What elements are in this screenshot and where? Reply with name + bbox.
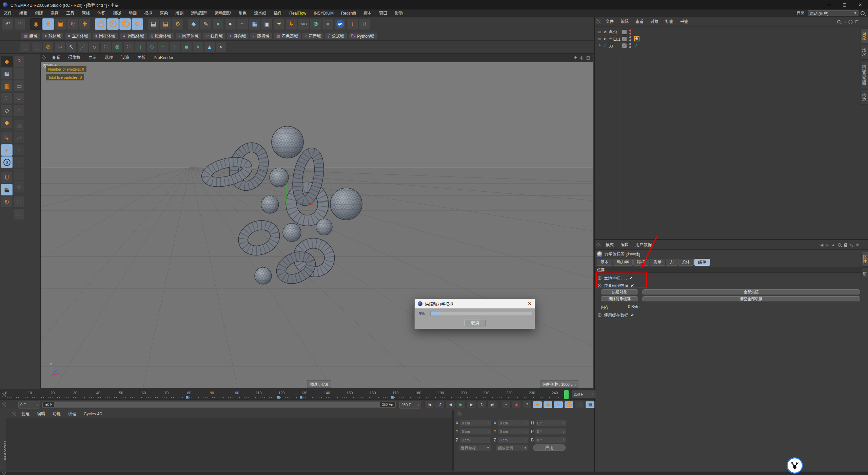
checkmark-icon[interactable]: ✔ [629, 276, 633, 281]
bake-all-button[interactable]: 全部烘焙 [642, 289, 860, 295]
python-field-button[interactable]: PyPython域 [348, 32, 377, 40]
rect-select-icon[interactable]: ▭ [13, 80, 25, 92]
menu-create[interactable]: 创建 [31, 10, 47, 17]
sep3[interactable] [144, 18, 147, 30]
dots-grid-b-icon[interactable]: ∷ [13, 208, 25, 220]
edges-mode-icon[interactable]: ◇ [1, 104, 13, 116]
disabled-icon-b[interactable]: ▢ [31, 42, 42, 53]
disabled-scale-a-icon[interactable]: ▫ [13, 144, 25, 156]
coord-input-rb[interactable]: 0 °↕ [535, 437, 566, 443]
layer-chip[interactable] [622, 36, 627, 41]
enabled-check-icon[interactable]: ✓ [634, 43, 638, 48]
maximize-button[interactable]: ▢ [837, 0, 852, 10]
range-start-handle[interactable]: ◀ 0 F [43, 402, 54, 407]
camera-icon[interactable]: ▣ [261, 18, 273, 30]
keyframe-marker-120[interactable] [277, 396, 280, 399]
coord-input-sz[interactable]: 0 cm↕ [497, 437, 529, 443]
autokey-button[interactable]: ? [522, 401, 532, 408]
help-icon[interactable]: ? [13, 56, 25, 67]
material-menu-item[interactable]: 编辑 [33, 410, 49, 418]
viewport-target-icon[interactable]: ◎ [580, 55, 583, 60]
key-scale-button[interactable]: ▣ [543, 401, 553, 408]
last-tool-icon[interactable]: ✚ [79, 18, 91, 30]
coord-input-sy[interactable]: 0 cm↕ [498, 428, 529, 435]
torus-field-button[interactable]: ○圆环体域 [175, 32, 202, 40]
geo-sphere-small-2[interactable] [261, 196, 279, 213]
group-field-button[interactable]: ▦组域 [21, 32, 40, 40]
viewport-menu-item[interactable]: 面板 [133, 54, 150, 62]
timeline-range-slider[interactable]: ◀ 0 F 250 F ▶ [42, 401, 396, 408]
sep4[interactable] [184, 18, 187, 30]
tab-softbody[interactable]: 柔体 [678, 259, 694, 266]
menu-sculpt[interactable]: 雕刻 [172, 10, 187, 17]
undo-icon[interactable]: ↶ [2, 18, 14, 30]
viewport-solo-icon[interactable]: ● [1, 144, 13, 156]
fx-icon[interactable]: fx [216, 42, 226, 53]
simulation-icon[interactable]: S [1, 156, 13, 168]
geo-sphere-small-4[interactable] [283, 223, 301, 242]
capsule-field-button[interactable]: ▯胶囊体域 [148, 32, 174, 40]
coord-input-pz[interactable]: 0 cm↕ [459, 437, 491, 443]
timeline-window-button[interactable]: ▤ [585, 401, 595, 408]
viewport-menu-item[interactable]: 摄像机 [64, 54, 84, 62]
home-icon[interactable]: ⌂ [843, 19, 846, 24]
lasso-select-icon[interactable]: ∪ [13, 92, 25, 104]
play-button[interactable]: ▶ [456, 401, 466, 408]
lock-y-icon[interactable]: Y [107, 18, 119, 30]
layer-chip[interactable] [622, 43, 627, 48]
viewport-menu-item[interactable]: 显示 [84, 54, 101, 62]
lock-x-icon[interactable]: X [95, 18, 106, 30]
dialog-close-icon[interactable]: ✕ [528, 301, 532, 306]
side-tab-objects[interactable]: 对象 [861, 28, 868, 43]
expand-icon[interactable]: ⊞ [597, 37, 601, 41]
visibility-dots[interactable] [629, 36, 631, 41]
viewport-menu-item[interactable]: 选项 [101, 54, 117, 62]
sphere-gray-icon[interactable]: ● [322, 18, 334, 30]
end-frame-spinner[interactable]: 250 F↕ [572, 391, 595, 398]
viewport-menu-item[interactable]: ProRender [150, 54, 177, 62]
mesh-points-icon[interactable]: ⊛ [112, 42, 123, 53]
content-browser-icon[interactable]: ↳ [285, 18, 297, 30]
goto-end-button[interactable]: ▶| [488, 401, 497, 408]
prev-frame-button[interactable]: ◀ [446, 401, 455, 408]
coord-input-py[interactable]: 0 cm↕ [460, 428, 491, 435]
scale-tool-icon[interactable]: ▣ [55, 18, 66, 30]
motext-icon[interactable]: T [170, 42, 180, 53]
menu-pipeline[interactable]: 流水线 [250, 10, 270, 17]
side-tab-attributes[interactable]: 属性 [861, 252, 868, 267]
texture-mode-icon[interactable]: ▩ [1, 68, 13, 79]
enable-axis-icon[interactable]: ↳ [1, 132, 13, 144]
interface-select[interactable]: 启动 (用户)▾ [808, 10, 859, 16]
range-end-spinner[interactable]: 250 F↕ [399, 401, 421, 408]
spline-mask-icon[interactable]: ⊘ [43, 42, 54, 53]
menu-simulate[interactable]: 模拟 [140, 10, 156, 17]
floor-icon[interactable]: ▦ [249, 18, 260, 30]
goto-start-button[interactable]: |◀ [425, 401, 434, 408]
apply-button[interactable]: 应用 [533, 444, 566, 451]
geo-sphere-right[interactable] [330, 188, 362, 220]
shader-field-button[interactable]: ▨着色器域 [273, 32, 301, 40]
clear-all-cache-button[interactable]: 清空全部缓存 [642, 296, 860, 302]
drag-grip[interactable] [596, 243, 600, 247]
coord-system-dropdown[interactable]: 世界坐标▾ [458, 444, 491, 451]
step-dots-icon[interactable]: ⋰ [77, 42, 88, 53]
om-menu-item[interactable]: 文件 [602, 17, 617, 26]
qr-icon[interactable]: QR [334, 18, 346, 30]
menu-mesh[interactable]: 网格 [78, 10, 94, 17]
am-menu-item[interactable]: 编辑 [617, 240, 632, 250]
cancel-button[interactable]: 取消 [464, 320, 486, 326]
deformers-icon[interactable]: ● [224, 18, 236, 30]
current-frame-spinner[interactable]: 0 F↕ [18, 401, 40, 408]
include-collision-row[interactable]: 包含碰撞数据 ✔ [598, 283, 634, 288]
add-icon[interactable]: ⊞ [855, 19, 859, 24]
checkmark-icon[interactable]: ✔ [631, 313, 634, 318]
polygons-mode-icon[interactable]: ◆ [1, 117, 13, 128]
add-icon[interactable]: ⊞ [856, 243, 859, 247]
radio-icon[interactable] [598, 313, 601, 317]
object-row-null1[interactable]: ⊞ ⌀ 空白.1 [595, 35, 861, 42]
random-field-button[interactable]: ∷随机域 [250, 32, 272, 40]
fracture-cone-icon[interactable]: ▲ [204, 42, 215, 53]
viewport-pan-icon[interactable]: ✚ [574, 55, 577, 60]
drag-grip[interactable] [2, 402, 6, 407]
prev-key-button[interactable]: ↺ [435, 401, 445, 408]
